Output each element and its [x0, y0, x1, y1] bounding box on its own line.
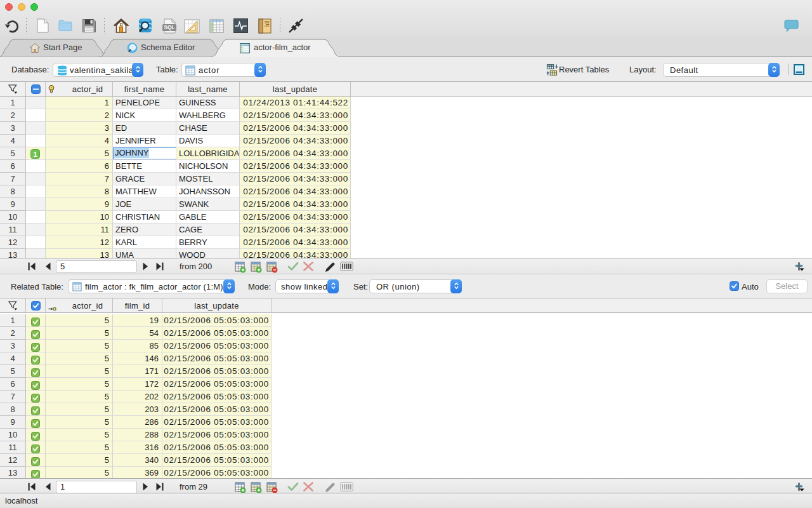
- svg-text:SQL: SQL: [164, 24, 174, 30]
- svg-text:1: 1: [33, 150, 37, 158]
